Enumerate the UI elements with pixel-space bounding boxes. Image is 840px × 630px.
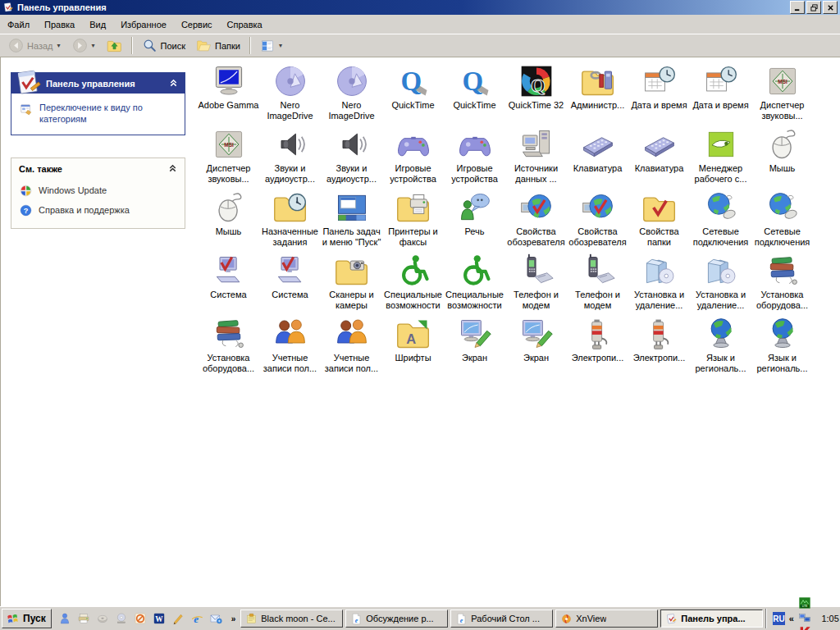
control-panel-item[interactable]: QuickTime 32: [505, 59, 567, 122]
control-panel-item[interactable]: Adobe Gamma: [198, 59, 259, 122]
control-panel-item[interactable]: Звуки и аудиоустр...: [321, 122, 382, 185]
sidebar-link[interactable]: Справка и поддержка: [19, 200, 177, 220]
control-panel-item[interactable]: Дата и время: [690, 59, 751, 122]
control-panel-item[interactable]: Дата и время: [628, 59, 690, 122]
control-panel-item[interactable]: Диспетчер звуковы...: [751, 59, 813, 122]
control-panel-item[interactable]: Свойства обозревателя: [505, 185, 567, 249]
control-panel-item[interactable]: Игровые устройства: [382, 122, 444, 185]
control-panel-item[interactable]: Система: [259, 249, 321, 312]
menu-item[interactable]: Правка: [37, 15, 82, 34]
window-control-button[interactable]: [806, 1, 821, 14]
search-button[interactable]: Поиск: [137, 35, 190, 56]
task-button[interactable]: Обсуждение р...: [345, 609, 448, 628]
control-panel-item[interactable]: Язык и региональ...: [751, 312, 813, 375]
control-panel-item[interactable]: Панель задач и меню "Пуск": [321, 185, 382, 249]
control-panel-item[interactable]: Специальные возможности: [444, 249, 505, 312]
control-panel-item[interactable]: Диспетчер звуковы...: [198, 122, 259, 185]
sidebar-link[interactable]: Windows Update: [19, 180, 177, 200]
control-panel-item[interactable]: Мышь: [751, 122, 813, 185]
control-panel-item[interactable]: Шрифты: [382, 312, 444, 375]
control-panel-item[interactable]: Экран: [505, 312, 567, 375]
collapse-chevron-icon[interactable]: [168, 163, 177, 174]
control-panel-item[interactable]: Телефон и модем: [567, 249, 628, 312]
control-panel-item[interactable]: Свойства папки: [628, 185, 690, 249]
task-button[interactable]: XnView: [555, 609, 658, 628]
control-panel-item[interactable]: Звуки и аудиоустр...: [259, 122, 321, 185]
task-button[interactable]: Black moon - Ce...: [240, 609, 343, 628]
quick-launch-icon[interactable]: [115, 612, 128, 625]
control-panel-item[interactable]: Установка и удаление...: [628, 249, 690, 312]
control-panel-item[interactable]: Учетные записи пол...: [321, 312, 382, 375]
menu-item[interactable]: Сервис: [174, 15, 220, 34]
control-panel-item[interactable]: Установка оборудова...: [751, 249, 813, 312]
control-panel-item[interactable]: Свойства обозревателя: [567, 185, 628, 249]
control-panel-item[interactable]: Nero ImageDrive: [321, 59, 382, 122]
control-panel-item[interactable]: Менеджер рабочего с...: [690, 122, 751, 185]
control-panel-item[interactable]: Администр...: [567, 59, 628, 122]
control-panel-item[interactable]: Телефон и модем: [505, 249, 567, 312]
task-button[interactable]: Рабочий Стол ...: [450, 609, 553, 628]
menu-item[interactable]: Вид: [82, 15, 113, 34]
control-panel-item[interactable]: Электропи...: [567, 312, 628, 375]
tray-icon[interactable]: [798, 611, 811, 624]
control-panel-item[interactable]: Электропи...: [628, 312, 690, 375]
control-panel-item[interactable]: QuickTime: [382, 59, 444, 122]
title-bar[interactable]: Панель управления: [0, 0, 840, 15]
control-panel-item[interactable]: Установка и удаление...: [690, 249, 751, 312]
control-panel-item[interactable]: Мышь: [198, 185, 259, 249]
quick-launch-icon[interactable]: [134, 612, 147, 625]
control-panel-item[interactable]: Экран: [444, 312, 505, 375]
window-control-button[interactable]: [790, 1, 805, 14]
control-panel-item[interactable]: Nero ImageDrive: [259, 59, 321, 122]
views-dropdown-arrow[interactable]: ▾: [278, 42, 283, 49]
control-panel-item[interactable]: Сетевые подключения: [751, 185, 813, 249]
forward-dropdown-arrow[interactable]: ▾: [91, 42, 96, 49]
control-panel-item[interactable]: Источники данных ...: [505, 122, 567, 185]
control-panel-item[interactable]: Специальные возможности: [382, 249, 444, 312]
folderopts-icon: [641, 189, 678, 226]
menu-item[interactable]: Файл: [0, 15, 37, 34]
panel-header[interactable]: См. также: [11, 158, 185, 179]
window-control-button[interactable]: [823, 1, 838, 14]
control-panel-item[interactable]: Сканеры и камеры: [321, 249, 382, 312]
forward-button[interactable]: ▾: [67, 35, 101, 56]
control-panel-item[interactable]: Назначенные задания: [259, 185, 321, 249]
taskbar-clock[interactable]: 1:05: [819, 614, 838, 623]
tray-icon[interactable]: [798, 626, 811, 630]
control-panel-item[interactable]: Речь: [444, 185, 505, 249]
control-panel-item[interactable]: Клавиатура: [628, 122, 690, 185]
quick-launch-icon[interactable]: [96, 612, 109, 625]
control-panel-item[interactable]: Система: [198, 249, 259, 312]
back-dropdown-arrow[interactable]: ▾: [57, 42, 62, 49]
quick-launch-icon[interactable]: [190, 612, 203, 625]
menu-item[interactable]: Справка: [220, 15, 270, 34]
language-indicator[interactable]: RU: [773, 612, 784, 625]
quick-launch-icon[interactable]: [58, 612, 71, 625]
quick-launch-overflow-chevron[interactable]: »: [229, 614, 239, 623]
up-button[interactable]: [102, 35, 127, 56]
start-button[interactable]: Пуск: [2, 609, 52, 628]
quick-launch-icon[interactable]: [171, 612, 185, 625]
back-button[interactable]: Назад▾: [3, 35, 66, 56]
item-label: Мышь: [216, 226, 242, 237]
menu-item[interactable]: Избранное: [113, 15, 174, 34]
tray-collapse-chevron[interactable]: «: [789, 614, 794, 623]
quick-launch-icon[interactable]: [209, 612, 222, 625]
quick-launch-icon[interactable]: [77, 612, 90, 625]
control-panel-item[interactable]: Принтеры и факсы: [382, 185, 444, 249]
control-panel-item[interactable]: Игровые устройства: [444, 122, 505, 185]
control-panel-item[interactable]: QuickTime: [444, 59, 505, 122]
control-panel-item[interactable]: Язык и региональ...: [690, 312, 751, 375]
task-sidebar: Панель управления Переключение к виду по…: [11, 72, 185, 229]
sidebar-link-category-view[interactable]: Переключение к виду по категориям: [20, 102, 178, 125]
collapse-chevron-icon[interactable]: [169, 78, 178, 89]
tray-icon[interactable]: [798, 596, 811, 609]
control-panel-item[interactable]: Установка оборудова...: [198, 312, 259, 375]
folders-button[interactable]: Папки: [191, 35, 245, 56]
quick-launch-icon[interactable]: [153, 612, 166, 625]
control-panel-item[interactable]: Клавиатура: [567, 122, 628, 185]
task-button[interactable]: Панель упра...: [660, 609, 763, 628]
views-button[interactable]: ▾: [255, 36, 288, 56]
control-panel-item[interactable]: Сетевые подключения: [690, 185, 751, 249]
control-panel-item[interactable]: Учетные записи пол...: [259, 312, 321, 375]
